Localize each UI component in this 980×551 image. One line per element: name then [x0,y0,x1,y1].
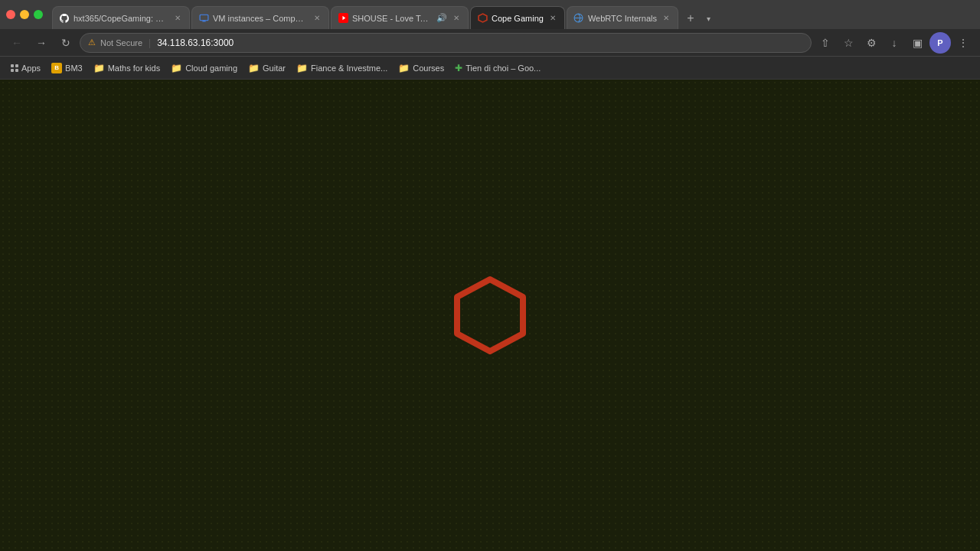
audio-icon: 🔊 [436,13,447,24]
bookmark-tien[interactable]: ✚ Tien di choi – Goo... [450,60,545,76]
tab-webrtc[interactable]: WebRTC Internals ✕ [567,6,678,29]
bookmark-courses[interactable]: 📁 Courses [394,60,449,76]
bookmark-cloud-label: Cloud gaming [185,64,237,73]
lock-icon: ⚠ [88,37,96,47]
vm-favicon-icon [198,13,209,24]
tab-title-youtube: SHOUSE - Love Tonight [ [352,14,433,23]
minimize-button[interactable] [20,10,29,19]
folder-cloud-icon: 📁 [171,63,182,73]
tab-close-youtube[interactable]: ✕ [451,13,462,24]
cope-favicon-icon [477,13,488,24]
window-controls [6,10,43,19]
tien-icon: ✚ [455,63,462,73]
github-favicon-icon [59,13,70,24]
apps-grid-icon [11,64,18,72]
bm3-icon: B [51,63,62,73]
tabs-bar: hxt365/CopeGaming: Cloud-b... ✕ VM insta… [52,0,974,29]
svg-rect-0 [200,15,208,21]
tab-title-github: hxt365/CopeGaming: Cloud-b... [74,14,168,23]
tab-close-webrtc[interactable]: ✕ [661,13,671,24]
downloads-button[interactable]: ↓ [884,32,905,54]
folder-guitar-icon: 📁 [248,63,260,73]
bookmarks-bar: Apps B BM3 📁 Maths for kids 📁 Cloud gami… [0,57,980,80]
not-secure-label: Not Secure [100,38,142,47]
tab-close-github[interactable]: ✕ [172,13,183,24]
youtube-favicon-icon [338,13,348,24]
url-input[interactable]: ⚠ Not Secure | 34.118.63.16:3000 [80,33,812,53]
title-bar: hxt365/CopeGaming: Cloud-b... ✕ VM insta… [0,0,980,29]
toolbar-right: ⇧ ☆ ⚙ ↓ ▣ P ⋮ [815,32,974,54]
tab-cope-gaming[interactable]: Cope Gaming ✕ [470,6,565,29]
back-button[interactable]: ← [6,32,28,54]
bookmark-bm3-label: BM3 [65,64,83,73]
bookmark-fiance[interactable]: 📁 Fiance & Investme... [292,60,392,76]
profile-button[interactable]: P [929,32,951,54]
tab-close-cope[interactable]: ✕ [547,13,558,24]
bookmark-guitar-label: Guitar [263,64,286,73]
bookmark-star-button[interactable]: ☆ [838,32,859,54]
folder-courses-icon: 📁 [398,63,410,73]
menu-button[interactable]: ⋮ [952,32,974,54]
url-text: 34.118.63.16:3000 [157,37,803,48]
webrtc-favicon-icon [573,13,584,24]
tab-title-cope: Cope Gaming [492,14,544,23]
sidebar-button[interactable]: ▣ [906,32,928,54]
bookmark-cloud[interactable]: 📁 Cloud gaming [166,60,242,76]
forward-button[interactable]: → [31,32,52,54]
bookmark-tien-label: Tien di choi – Goo... [466,64,541,73]
hexagon-container [448,273,532,357]
apps-label: Apps [21,64,41,73]
bookmark-maths[interactable]: 📁 Maths for kids [89,60,165,76]
extensions-button[interactable]: ⚙ [861,32,882,54]
tab-title-webrtc: WebRTC Internals [588,14,657,23]
apps-button[interactable]: Apps [6,61,45,75]
bookmark-guitar[interactable]: 📁 Guitar [243,60,290,76]
address-bar: ← → ↻ ⚠ Not Secure | 34.118.63.16:3000 ⇧… [0,29,980,57]
reload-button[interactable]: ↻ [55,32,77,54]
hexagon-shape [448,273,532,357]
maximize-button[interactable] [34,10,43,19]
folder-icon: 📁 [93,63,105,73]
tab-github[interactable]: hxt365/CopeGaming: Cloud-b... ✕ [52,6,190,29]
tab-youtube[interactable]: SHOUSE - Love Tonight [ 🔊 ✕ [331,6,469,29]
bookmark-courses-label: Courses [413,64,444,73]
tabs-chevron-icon[interactable]: ▾ [701,8,717,29]
bookmark-bm3[interactable]: B BM3 [47,60,87,76]
main-content [0,80,980,551]
new-tab-button[interactable]: + [680,8,701,29]
folder-fiance-icon: 📁 [296,63,308,73]
share-button[interactable]: ⇧ [815,32,836,54]
close-button[interactable] [6,10,15,19]
tab-close-vm[interactable]: ✕ [312,13,322,24]
svg-marker-7 [457,279,523,351]
bookmark-maths-label: Maths for kids [108,64,160,73]
tab-vm[interactable]: VM instances – Compute Engi... ✕ [191,6,329,29]
tab-title-vm: VM instances – Compute Engi... [213,14,308,23]
svg-marker-5 [479,14,487,22]
bookmark-fiance-label: Fiance & Investme... [311,64,387,73]
